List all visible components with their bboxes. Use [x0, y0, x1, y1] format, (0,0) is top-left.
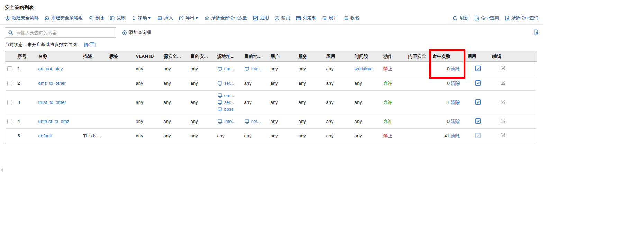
collapse-button[interactable]: 收缩	[343, 15, 359, 21]
cell-filler	[515, 62, 537, 76]
edit-icon[interactable]	[500, 80, 506, 86]
export-button[interactable]: 导出▼	[179, 15, 199, 21]
cell-seq: 4	[16, 114, 36, 129]
move-button[interactable]: 移动▼	[131, 15, 152, 21]
cell-edit	[490, 62, 515, 76]
hit-query-button[interactable]: 命中查询	[474, 15, 499, 21]
cell-action: 禁止	[381, 129, 406, 143]
cell-name: do_not_play	[36, 62, 81, 76]
new-policy-button[interactable]: 新建安全策略	[5, 15, 39, 21]
cell-vlan: any	[134, 91, 162, 114]
row-select-checkbox[interactable]	[7, 66, 12, 71]
address-link[interactable]: Inte...	[224, 118, 236, 125]
expand-button[interactable]: 展开	[322, 15, 338, 21]
cell-hit-count: 1 清除	[430, 91, 465, 114]
header-desc: 描述	[81, 51, 107, 62]
enabled-checkbox[interactable]	[475, 133, 481, 138]
clear-hits-link[interactable]: 清除	[451, 66, 460, 71]
cell-hit-count: 41 清除	[430, 129, 465, 143]
enabled-checkbox[interactable]	[475, 80, 481, 86]
cell-tag	[107, 91, 134, 114]
enabled-checkbox[interactable]	[475, 65, 481, 71]
edit-icon[interactable]	[500, 65, 506, 71]
cell-dst-addr: any	[242, 129, 269, 143]
cell-app: any	[324, 62, 353, 76]
cell-select	[5, 76, 16, 91]
panel-collapse-handle[interactable]	[0, 165, 3, 175]
cell-name: untrust_to_dmz	[36, 114, 81, 129]
insert-button[interactable]: 插入	[157, 15, 173, 21]
address-link[interactable]: boss	[224, 106, 234, 113]
move-label: 移动▼	[138, 15, 152, 21]
host-icon	[217, 93, 223, 98]
advanced-hit-query-button[interactable]	[533, 29, 538, 36]
cell-seq: 5	[16, 129, 36, 143]
host-icon	[217, 119, 223, 124]
disable-label: 禁用	[281, 15, 290, 21]
clear-hit-query-button[interactable]: 清除命中查询	[505, 15, 538, 21]
cell-user: any	[269, 129, 297, 143]
add-query-label: 添加查询项	[129, 29, 151, 36]
cell-vlan: any	[134, 62, 162, 76]
search-input[interactable]	[16, 30, 113, 36]
cell-edit	[490, 129, 515, 143]
new-policy-group-icon	[44, 16, 49, 21]
edit-icon[interactable]	[500, 118, 506, 124]
clear-hit-query-label: 清除命中查询	[511, 15, 538, 21]
address-link[interactable]: ser...	[224, 99, 234, 106]
enable-button[interactable]: 启用	[253, 15, 269, 21]
edit-icon[interactable]	[500, 133, 506, 138]
row-select-checkbox[interactable]	[7, 100, 12, 105]
expand-icon	[322, 16, 327, 21]
cell-vlan: any	[134, 129, 162, 143]
status-text: 当前状态：未开启基础协议报文过滤。	[5, 42, 81, 47]
cell-service: any	[297, 76, 324, 91]
cell-tag	[107, 114, 134, 129]
policy-name-link[interactable]: untrust_to_dmz	[38, 119, 70, 124]
policy-name-link[interactable]: trust_to_other	[38, 100, 66, 105]
edit-icon[interactable]	[500, 99, 506, 105]
clear-all-hits-button[interactable]: 清除全部命中次数	[205, 15, 247, 21]
policy-name-link[interactable]: default	[38, 133, 52, 138]
hit-count-value: 0	[447, 81, 450, 86]
new-policy-group-button[interactable]: 新建安全策略组	[44, 15, 83, 21]
cell-app: any	[324, 129, 353, 143]
cell-hit-count: 0 清除	[430, 76, 465, 91]
cell-period: any	[353, 114, 381, 129]
clear-hits-link[interactable]: 清除	[451, 133, 460, 138]
cell-select	[5, 91, 16, 114]
policy-name-link[interactable]: do_not_play	[38, 66, 63, 71]
cell-name: default	[36, 129, 81, 143]
address-link[interactable]: Inte...	[251, 65, 263, 72]
row-select-checkbox[interactable]	[7, 119, 12, 124]
disable-button[interactable]: 禁用	[274, 15, 290, 21]
column-customize-button[interactable]: 列定制	[296, 15, 316, 21]
refresh-button[interactable]: 刷新	[453, 15, 469, 21]
address-link[interactable]: em...	[224, 92, 234, 99]
header-tag: 标签	[107, 51, 134, 62]
address-link[interactable]: em...	[224, 65, 234, 72]
clear-all-hits-label: 清除全部命中次数	[211, 15, 247, 21]
address-link[interactable]: ser...	[251, 118, 261, 125]
collapse-label: 收缩	[350, 15, 359, 21]
row-select-checkbox[interactable]	[7, 81, 12, 86]
cell-edit	[490, 76, 515, 91]
search-input-box[interactable]	[5, 27, 116, 38]
add-query-button[interactable]: 添加查询项	[122, 29, 151, 36]
clear-hits-link[interactable]: 清除	[451, 100, 460, 105]
refresh-label: 刷新	[460, 15, 469, 21]
enabled-checkbox[interactable]	[475, 118, 481, 124]
config-link[interactable]: [配置]	[84, 42, 96, 47]
move-icon	[131, 16, 136, 21]
column-customize-label: 列定制	[303, 15, 316, 21]
clear-hits-link[interactable]: 清除	[451, 81, 460, 86]
header-vlan-id: VLAN ID	[134, 51, 162, 62]
address-link[interactable]: ser...	[224, 80, 234, 87]
period-link[interactable]: worktime	[355, 66, 373, 71]
policy-name-link[interactable]: dmz_to_other	[38, 81, 66, 86]
clear-hits-link[interactable]: 清除	[451, 119, 460, 124]
delete-button[interactable]: 删除	[88, 15, 104, 21]
header-time-period: 时间段	[353, 51, 381, 62]
enabled-checkbox[interactable]	[475, 99, 481, 105]
copy-button[interactable]: 复制	[110, 15, 126, 21]
